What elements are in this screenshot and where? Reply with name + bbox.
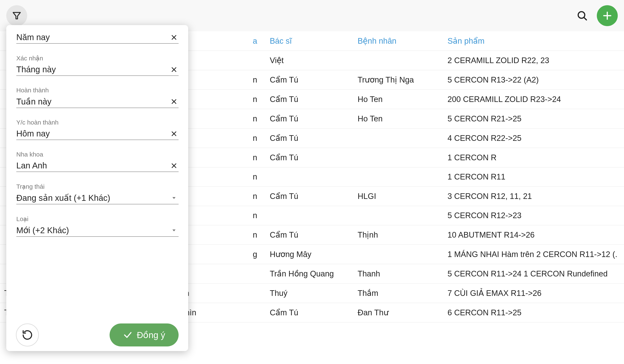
table-cell: Cẩm Tú <box>266 225 353 245</box>
refresh-icon <box>22 329 33 340</box>
reset-button[interactable] <box>16 323 39 346</box>
table-cell <box>266 167 353 187</box>
close-icon <box>171 98 177 105</box>
table-cell: 6 CERCON R11->25 <box>443 303 624 322</box>
filter-field-label: Xác nhận <box>16 54 179 62</box>
filter-field-value: Tuần này <box>16 97 169 106</box>
close-icon <box>171 162 177 169</box>
table-cell: Thịnh <box>353 225 443 245</box>
table-cell: 5 CERCON R11->24 1 CERCON Rundefined <box>443 264 624 284</box>
table-cell <box>353 128 443 148</box>
table-cell <box>353 206 443 225</box>
filter-field-row[interactable]: Hôm nay <box>16 128 179 140</box>
table-cell: Thuý <box>266 284 353 303</box>
filter-field-row[interactable]: Tuần này <box>16 96 179 108</box>
clear-button[interactable] <box>169 65 179 74</box>
table-cell: Đan Thư <box>353 303 443 322</box>
filter-field: LoạiMới (+2 Khác) <box>16 215 186 237</box>
col-patient[interactable]: Bệnh nhân <box>353 31 443 51</box>
table-cell: 200 CERAMILL ZOLID R23->24 <box>443 90 624 109</box>
filter-field-row[interactable]: Năm nay <box>16 31 179 44</box>
table-cell: Cẩm Tú <box>266 90 353 109</box>
apply-button[interactable]: Đồng ý <box>110 323 179 346</box>
apply-button-label: Đồng ý <box>137 330 165 340</box>
filter-field-row[interactable]: Tháng này <box>16 64 179 76</box>
table-cell: Cẩm Tú <box>266 128 353 148</box>
table-cell: Cẩm Tú <box>266 70 353 90</box>
dropdown-toggle[interactable] <box>169 226 179 235</box>
filter-field-label: Nha khoa <box>16 151 179 158</box>
filter-field-row[interactable]: Lan Anh <box>16 160 179 172</box>
filter-field-row[interactable]: Mới (+2 Khác) <box>16 224 179 237</box>
table-cell: Cẩm Tú <box>266 303 353 322</box>
table-cell: 10 ABUTMENT R14->26 <box>443 225 624 245</box>
filter-field: Xác nhậnTháng này <box>16 54 186 76</box>
table-cell: Việt <box>266 51 353 70</box>
filter-field-label: Y/c hoàn thành <box>16 119 179 126</box>
dropdown-toggle[interactable] <box>169 193 179 202</box>
table-cell: Cẩm Tú <box>266 109 353 128</box>
col-doctor[interactable]: Bác sĩ <box>266 31 353 51</box>
table-cell: Cẩm Tú <box>266 187 353 206</box>
table-cell: 1 CERCON R11 <box>443 167 624 187</box>
filter-panel-actions: Đồng ý <box>6 323 188 346</box>
clear-button[interactable] <box>169 33 179 42</box>
plus-icon <box>602 10 613 21</box>
filter-panel: Năm nayXác nhậnTháng nàyHoàn thànhTuần n… <box>6 25 188 351</box>
svg-line-2 <box>584 17 586 20</box>
close-icon <box>171 130 177 137</box>
clear-button[interactable] <box>169 97 179 106</box>
table-cell: 5 CERCON R13->22 (A2) <box>443 70 624 90</box>
table-cell: Thanh <box>353 264 443 284</box>
svg-marker-0 <box>13 13 21 19</box>
add-button[interactable] <box>597 5 618 26</box>
table-cell <box>353 245 443 264</box>
table-cell: Trần Hồng Quang <box>266 264 353 284</box>
clear-button[interactable] <box>169 129 179 138</box>
table-cell: 2 CERAMILL ZOLID R22, 23 <box>443 51 624 70</box>
table-cell: HLGI <box>353 187 443 206</box>
check-icon <box>123 330 132 340</box>
search-button[interactable] <box>572 5 593 26</box>
filter-field: Nha khoaLan Anh <box>16 151 186 172</box>
content: a Bác sĩ Bệnh nhân Sản phẩm Việt2 CERAMI… <box>0 31 624 322</box>
filter-button[interactable] <box>6 5 27 26</box>
close-icon <box>171 66 177 73</box>
search-icon <box>576 10 588 21</box>
table-cell: Trương Thị Nga <box>353 70 443 90</box>
table-cell: 3 CERCON R12, 11, 21 <box>443 187 624 206</box>
filter-field-value: Tháng này <box>16 65 169 74</box>
filter-field-row[interactable]: Đang sản xuất (+1 Khác) <box>16 192 179 204</box>
svg-marker-16 <box>173 229 176 231</box>
filter-field-label: Loại <box>16 215 179 222</box>
table-cell: Ho Ten <box>353 90 443 109</box>
filter-panel-scroll[interactable]: Năm nayXác nhậnTháng nàyHoàn thànhTuần n… <box>16 31 188 315</box>
filter-field-label: Trạng thái <box>16 183 179 190</box>
filter-field: Năm nay <box>16 31 186 44</box>
svg-marker-15 <box>173 197 176 199</box>
filter-field-value: Năm nay <box>16 33 169 42</box>
table-cell: 5 CERCON R21->25 <box>443 109 624 128</box>
filter-field-value: Lan Anh <box>16 161 169 170</box>
clear-button[interactable] <box>169 161 179 170</box>
chevron-down-icon <box>171 227 177 233</box>
filter-field: Hoàn thànhTuần này <box>16 87 186 108</box>
table-cell: 4 CERCON R22->25 <box>443 128 624 148</box>
table-cell: 7 CÙI GIẢ EMAX R11->26 <box>443 284 624 303</box>
table-cell: Hương Mây <box>266 245 353 264</box>
table-cell <box>353 148 443 167</box>
table-cell: 1 CERCON R <box>443 148 624 167</box>
filter-field: Trạng tháiĐang sản xuất (+1 Khác) <box>16 183 186 204</box>
chevron-down-icon <box>171 195 177 201</box>
close-icon <box>171 34 177 41</box>
table-cell: 1 MÁNG NHAI Hàm trên 2 CERCON R11->12 (. <box>443 245 624 264</box>
filter-field: Y/c hoàn thànhHôm nay <box>16 119 186 140</box>
filter-field-value: Hôm nay <box>16 129 169 138</box>
table-cell: Cẩm Tú <box>266 148 353 167</box>
filter-field-value: Mới (+2 Khác) <box>16 225 169 235</box>
col-product[interactable]: Sản phẩm <box>443 31 624 51</box>
table-cell <box>266 206 353 225</box>
filter-field-value: Đang sản xuất (+1 Khác) <box>16 193 169 203</box>
filter-icon <box>12 11 22 21</box>
table-cell: 5 CERCON R12->23 <box>443 206 624 225</box>
